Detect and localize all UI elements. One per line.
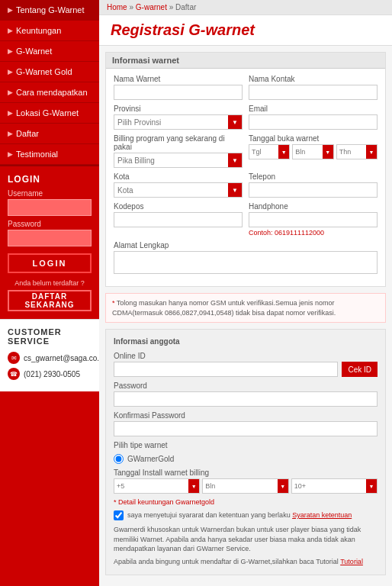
bln-btn[interactable]: ▼ [323, 145, 333, 159]
label-kota: Kota [114, 172, 243, 181]
password-input[interactable] [8, 230, 92, 246]
tgl-install-btn[interactable]: ▼ [188, 479, 199, 493]
bln-install-btn[interactable]: ▼ [278, 479, 288, 493]
sidebar-item-lokasi-gwarnet[interactable]: ▶ Lokasi G-Warnet [0, 103, 99, 124]
billing-dropdown-btn[interactable]: ▼ [228, 153, 242, 167]
group-nama-kontak: Nama Kontak [249, 75, 378, 100]
group-billing: Billing program yang sekarang di pakai ▼ [114, 134, 243, 168]
input-handphone[interactable] [249, 212, 378, 227]
tgl-select[interactable]: ▼ [249, 144, 290, 159]
arrow-icon: ▶ [8, 27, 13, 34]
label-online-id: Online ID [114, 352, 378, 360]
input-email[interactable] [249, 114, 378, 130]
sidebar-item-keuntungan[interactable]: ▶ Keuntungan [0, 21, 99, 41]
provinsi-dropdown-btn[interactable]: ▼ [228, 115, 242, 129]
sidebar-item-daftar[interactable]: ▶ Daftar [0, 124, 99, 144]
tgl-install-select[interactable]: ▼ [114, 478, 200, 494]
bln-select[interactable]: ▼ [292, 144, 333, 159]
group-kodepos: Kodepos [114, 202, 243, 237]
checkbox-syarat-label: saya menyetujui syararat dan ketentuan y… [127, 510, 352, 520]
sidebar-item-tentang[interactable]: ▶ Tentang G-Warnet [0, 0, 99, 21]
input-bln[interactable] [293, 145, 322, 159]
group-nama-warnet: Nama Warnet [114, 75, 243, 100]
arrow-icon: ▶ [8, 150, 13, 158]
group-tanggal-buka: Tanggal buka warnet ▼ ▼ ▼ [249, 134, 378, 168]
thn-select[interactable]: ▼ [336, 144, 378, 159]
label-email: Email [249, 105, 378, 113]
select-kota[interactable]: ▼ [114, 182, 243, 198]
login-box: LOGIN Username Password LOGIN Anda belum… [0, 165, 99, 319]
login-button[interactable]: LOGIN [8, 253, 92, 273]
input-tgl-install[interactable] [114, 479, 188, 493]
row-billing-tanggal: Billing program yang sekarang di pakai ▼… [114, 134, 378, 168]
sidebar-item-gwarnet[interactable]: ▶ G-Warnet [0, 41, 99, 62]
input-nama-warnet[interactable] [114, 85, 243, 100]
input-telepon[interactable] [249, 182, 378, 198]
tutorial-link[interactable]: Tutorial [340, 558, 363, 565]
input-online-id[interactable] [114, 362, 338, 377]
breadcrumb-home[interactable]: Home [107, 3, 127, 11]
cs-phone-item: ☎ (021) 2930-0505 [8, 368, 92, 380]
label-password: Password [114, 382, 378, 390]
handphone-example: Contoh: 0619111112000 [249, 229, 378, 237]
radio-group-tipe: GWarnerGold [114, 454, 378, 464]
sidebar-item-testimonial[interactable]: ▶ Testimonial [0, 144, 99, 165]
label-nama-warnet: Nama Warnet [114, 75, 243, 83]
label-konfirmasi: Konfirmasi Password [114, 411, 378, 420]
username-label: Username [8, 189, 92, 198]
select-provinsi[interactable]: ▼ [114, 114, 243, 130]
breadcrumb-section[interactable]: G-warnet [136, 3, 167, 11]
select-billing[interactable]: ▼ [114, 153, 243, 168]
row-alamat: Alamat Lengkap [114, 241, 378, 274]
phone-icon: ☎ [8, 368, 20, 380]
form-warnet-header: Informasi warnet [106, 53, 385, 69]
input-thn-install[interactable] [292, 479, 366, 493]
daftar-sekarang-button[interactable]: DAFTAR SEKARANG [8, 290, 92, 311]
group-telepon: Telepon [249, 172, 378, 198]
group-alamat: Alamat Lengkap [114, 241, 378, 274]
input-nama-kontak[interactable] [249, 85, 378, 100]
tgl-btn[interactable]: ▼ [278, 145, 289, 159]
arrow-icon: ▶ [8, 109, 13, 117]
row-tipe-warnet: Pilih tipe warnet GWarnerGold [114, 441, 378, 464]
label-handphone: Handphone [249, 202, 378, 211]
thn-btn[interactable]: ▼ [366, 145, 377, 159]
sidebar-nav: ▶ Tentang G-Warnet ▶ Keuntungan ▶ G-Warn… [0, 0, 99, 165]
row-provinsi-email: Provinsi ▼ Email [114, 105, 378, 130]
label-billing: Billing program yang sekarang di pakai [114, 134, 243, 151]
input-alamat[interactable] [114, 251, 378, 274]
input-konfirmasi[interactable] [114, 421, 378, 436]
row-password: Password [114, 382, 378, 407]
input-bln-install[interactable] [203, 479, 277, 493]
detail-keuntungan-link[interactable]: * Detail keuntungan Gwarnetgold [114, 498, 214, 506]
input-kota[interactable] [114, 183, 228, 197]
syarat-link[interactable]: Syaratan ketentuan [292, 511, 352, 519]
cek-id-button[interactable]: Cek ID [342, 362, 378, 377]
arrow-icon: ▶ [8, 130, 13, 137]
input-password[interactable] [114, 391, 378, 407]
input-provinsi[interactable] [114, 115, 228, 129]
label-telepon: Telepon [249, 172, 378, 181]
group-password: Password [114, 382, 378, 407]
input-thn[interactable] [337, 145, 366, 159]
input-kodepos[interactable] [114, 212, 243, 227]
sidebar-item-gwarnet-gold[interactable]: ▶ G-Warnet Gold [0, 62, 99, 82]
radio-gwarner-gold[interactable] [114, 454, 124, 464]
sidebar-item-cara-mendapatkan[interactable]: ▶ Cara mendapatkan [0, 82, 99, 103]
main-content: Home » G-warnet » Daftar Registrasi G-wa… [99, 0, 392, 586]
username-input[interactable] [8, 199, 92, 216]
warning-box: * Tolong masukan hanya nomor GSM untuk v… [105, 293, 386, 323]
row-tanggal-install: Tanggal Install warnet billing ▼ ▼ ▼ [114, 468, 378, 494]
input-tgl[interactable] [249, 145, 278, 159]
label-alamat: Alamat Lengkap [114, 241, 378, 250]
checkbox-syarat[interactable] [114, 510, 124, 520]
online-id-row: Cek ID [114, 362, 378, 377]
bln-install-select[interactable]: ▼ [202, 478, 288, 494]
label-tanggal-install: Tanggal Install warnet billing [114, 468, 378, 477]
label-kodepos: Kodepos [114, 202, 243, 211]
row-kodepos-handphone: Kodepos Handphone Contoh: 0619111112000 [114, 202, 378, 237]
input-billing[interactable] [114, 153, 228, 167]
thn-install-select[interactable]: ▼ [291, 478, 378, 494]
thn-install-btn[interactable]: ▼ [366, 479, 377, 493]
kota-dropdown-btn[interactable]: ▼ [228, 183, 242, 197]
